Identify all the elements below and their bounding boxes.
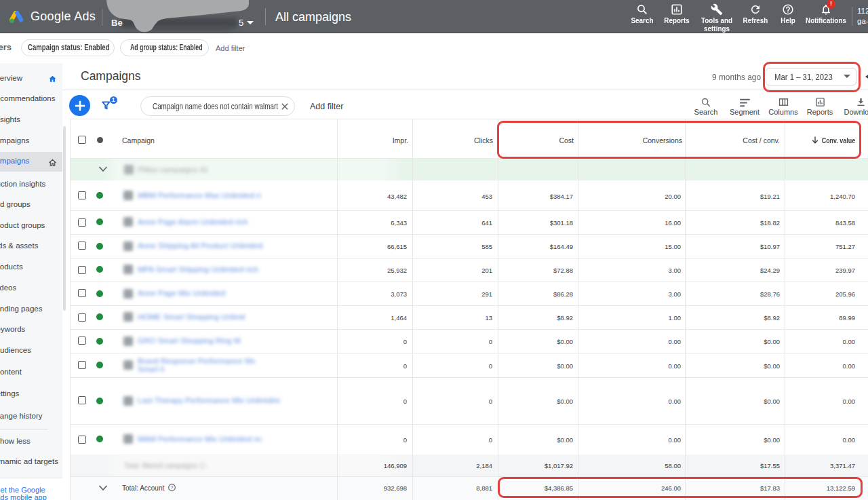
svg-text:?: ? [171, 485, 174, 490]
